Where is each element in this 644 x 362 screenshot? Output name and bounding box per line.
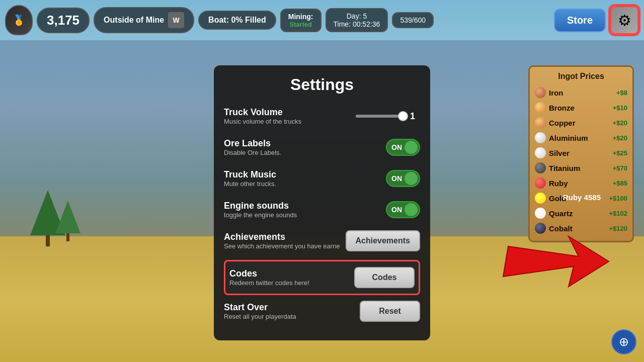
ore-labels-toggle-circle bbox=[405, 141, 418, 154]
start-over-desc: Reset all your playerdata bbox=[224, 313, 360, 320]
mining-status: Started bbox=[288, 21, 313, 28]
achievements-button[interactable]: Achievements bbox=[346, 230, 421, 251]
watermark-logo: ⊕ bbox=[611, 329, 636, 354]
ingot-orb bbox=[535, 147, 546, 158]
truck-volume-control[interactable]: 1 bbox=[356, 111, 420, 122]
truck-music-control: ON bbox=[386, 170, 420, 187]
codes-row: Codes Redeem twitter codes here! Codes bbox=[229, 265, 415, 290]
codes-label: Codes bbox=[229, 268, 354, 279]
start-over-control: Reset bbox=[360, 301, 420, 322]
ore-labels-toggle-label: ON bbox=[388, 143, 402, 151]
ingot-name: Quartz bbox=[549, 209, 606, 218]
tree-2 bbox=[55, 201, 80, 241]
svg-marker-0 bbox=[503, 236, 609, 287]
ingot-name: Titanium bbox=[549, 164, 610, 172]
settings-button[interactable]: ⚙ bbox=[610, 6, 639, 35]
ingot-orb bbox=[535, 132, 546, 143]
truck-music-toggle-label: ON bbox=[388, 174, 402, 183]
achievements-row: Achievements See which achievement you h… bbox=[224, 229, 420, 253]
volume-slider-fill bbox=[356, 115, 398, 118]
badge-icon: 🏅 bbox=[5, 5, 33, 35]
engine-sounds-desc: toggle the engine sounds bbox=[224, 211, 386, 219]
engine-sounds-row: Engine sounds toggle the engine sounds O… bbox=[224, 198, 420, 222]
ingot-rows: Iron+$8Bronze+$10Copper+$20Aluminium+$20… bbox=[535, 85, 627, 236]
ingot-orb bbox=[535, 208, 546, 219]
ingot-name: Ruby bbox=[549, 179, 610, 188]
hud-bar: 🏅 3,175 Outside of Mine W Boat: 0% Fille… bbox=[0, 0, 644, 40]
start-over-row: Start Over Reset all your playerdata Res… bbox=[224, 299, 420, 323]
reset-button[interactable]: Reset bbox=[360, 301, 420, 322]
currency-display: 3,175 bbox=[37, 8, 90, 33]
progress-display: 539/600 bbox=[392, 12, 434, 28]
achievements-label: Achievements bbox=[224, 232, 346, 242]
settings-modal: Settings Truck Volume Music volume of th… bbox=[214, 65, 430, 340]
truck-volume-row: Truck Volume Music volume of the trucks … bbox=[224, 104, 420, 128]
red-arrow-annotation bbox=[468, 221, 619, 322]
settings-title: Settings bbox=[224, 75, 420, 94]
ingot-orb bbox=[535, 87, 546, 98]
truck-music-toggle[interactable]: ON bbox=[386, 170, 420, 187]
ingot-price: +$25 bbox=[613, 149, 627, 157]
ingot-orb bbox=[535, 177, 546, 189]
achievements-desc: See which achievement you have earne bbox=[224, 242, 346, 250]
truck-music-label: Truck Music bbox=[224, 169, 386, 180]
ingot-name: Silver bbox=[549, 149, 610, 157]
truck-music-desc: Mute other trucks. bbox=[224, 180, 386, 188]
ingot-price: +$8 bbox=[616, 89, 627, 97]
ingot-row: Aluminium+$20 bbox=[535, 130, 627, 145]
mining-status-display: Mining: Started bbox=[280, 9, 321, 32]
engine-sounds-toggle-label: ON bbox=[388, 206, 402, 214]
truck-music-toggle-circle bbox=[405, 172, 418, 185]
location-text: Outside of Mine bbox=[104, 16, 164, 25]
ingot-row: Quartz+$102 bbox=[535, 206, 627, 221]
volume-value: 1 bbox=[410, 111, 420, 122]
engine-sounds-toggle[interactable]: ON bbox=[386, 201, 420, 218]
location-display: Outside of Mine W bbox=[94, 7, 194, 33]
ingot-row: Copper+$20 bbox=[535, 115, 627, 130]
ingot-price: +$70 bbox=[613, 164, 627, 172]
ore-labels-control: ON bbox=[386, 139, 420, 156]
ingot-panel-title: Ingot Prices bbox=[535, 72, 627, 81]
achievements-control: Achievements bbox=[346, 230, 421, 251]
ingot-price: +$10 bbox=[613, 104, 627, 112]
ingot-row: Ruby+$85 bbox=[535, 175, 627, 191]
time-label: Time: 00:52:36 bbox=[334, 20, 380, 28]
ingot-orb bbox=[535, 102, 546, 113]
ore-labels-label: Ore Labels bbox=[224, 138, 386, 149]
codes-button[interactable]: Codes bbox=[354, 267, 415, 288]
truck-music-row: Truck Music Mute other trucks. ON bbox=[224, 166, 420, 191]
ore-labels-desc: Disable Ore Labels. bbox=[224, 149, 386, 156]
store-button[interactable]: Store bbox=[554, 9, 606, 32]
ingot-price: +$20 bbox=[613, 134, 627, 142]
start-over-label: Start Over bbox=[224, 302, 360, 313]
ingot-name: Iron bbox=[549, 88, 613, 97]
codes-control: Codes bbox=[354, 267, 415, 288]
ingot-orb bbox=[535, 117, 546, 128]
ingot-price: +$85 bbox=[613, 179, 627, 187]
volume-slider-track[interactable] bbox=[356, 115, 406, 118]
ingot-price: +$100 bbox=[609, 195, 627, 202]
ingot-name: Copper bbox=[549, 119, 610, 127]
ruby-annotation-label: Ruby 4585 bbox=[563, 193, 601, 202]
truck-volume-desc: Music volume of the trucks bbox=[224, 118, 356, 125]
engine-sounds-toggle-circle bbox=[405, 203, 418, 216]
ingot-row: Titanium+$70 bbox=[535, 160, 627, 175]
boat-display: Boat: 0% Filled bbox=[198, 11, 276, 30]
volume-slider-thumb[interactable] bbox=[398, 111, 408, 121]
day-display: Day: 5 Time: 00:52:36 bbox=[326, 8, 388, 32]
ingot-name: Aluminium bbox=[549, 134, 610, 142]
ore-labels-toggle[interactable]: ON bbox=[386, 139, 420, 156]
ingot-orb bbox=[535, 162, 546, 173]
engine-sounds-label: Engine sounds bbox=[224, 201, 386, 211]
mining-label: Mining: bbox=[288, 13, 313, 21]
ingot-row: Bronze+$10 bbox=[535, 100, 627, 115]
ingot-price: +$102 bbox=[609, 210, 627, 217]
ingot-price: +$20 bbox=[613, 119, 627, 127]
truck-volume-label: Truck Volume bbox=[224, 107, 356, 118]
ore-labels-row: Ore Labels Disable Ore Labels. ON bbox=[224, 135, 420, 159]
ingot-prices-panel: Ingot Prices Iron+$8Bronze+$10Copper+$20… bbox=[528, 65, 634, 242]
ingot-row: Silver+$25 bbox=[535, 145, 627, 160]
weather-indicator: W bbox=[168, 12, 184, 28]
ingot-row: Iron+$8 bbox=[535, 85, 627, 100]
codes-highlight-box: Codes Redeem twitter codes here! Codes bbox=[224, 260, 420, 295]
